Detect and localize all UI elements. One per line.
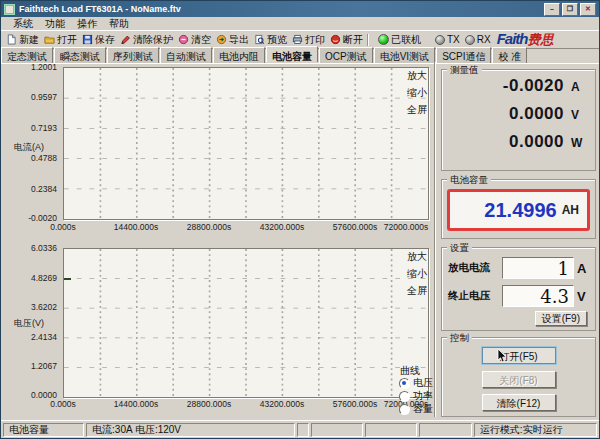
radio-icon xyxy=(399,378,410,389)
capacity-group-title: 电池容量 xyxy=(447,174,491,187)
export-button[interactable]: 导出 xyxy=(216,33,249,47)
xtick: 72000.000s xyxy=(384,222,428,232)
power-unit: W xyxy=(571,136,585,150)
voltage-zoom-in-button[interactable]: 放大 xyxy=(402,250,432,264)
ytick: 2.4134 xyxy=(5,332,57,342)
statusbar-segment xyxy=(311,423,363,437)
curve-radio-capacity[interactable]: 容量 xyxy=(399,402,433,416)
radio-icon xyxy=(399,391,410,402)
voltage-chart-plot[interactable] xyxy=(63,248,429,398)
cutoff-voltage-input[interactable]: 4.3 xyxy=(502,285,574,307)
current-zoom-out-button[interactable]: 缩小 xyxy=(402,86,432,100)
mouse-cursor-icon xyxy=(497,349,509,363)
save-button[interactable]: 保存 xyxy=(82,33,115,47)
measure-group-title: 测量值 xyxy=(447,64,482,77)
menu-function[interactable]: 功能 xyxy=(45,17,65,31)
statusbar-segment xyxy=(297,423,309,437)
voltage-trace-start xyxy=(64,278,71,280)
current-unit: A xyxy=(571,80,585,94)
online-led-icon xyxy=(378,34,389,45)
xtick: 0.000s xyxy=(50,399,76,409)
preview-button[interactable]: 预览 xyxy=(254,33,287,47)
voltage-zoom-out-button[interactable]: 缩小 xyxy=(402,267,432,281)
xtick: 14400.000s xyxy=(114,399,158,409)
tab-battery-resistance[interactable]: 电池内阻 xyxy=(213,47,265,63)
minimize-button[interactable]: – xyxy=(544,3,560,16)
close-load-button[interactable]: 关闭(F8) xyxy=(482,371,556,388)
apply-settings-button[interactable]: 设置(F9) xyxy=(535,311,587,326)
cutoff-voltage-row: 终止电压 4.3 V xyxy=(448,285,589,307)
maximize-button[interactable]: ❐ xyxy=(562,3,578,16)
tab-battery-vi-test[interactable]: 电池VI测试 xyxy=(374,47,435,63)
control-group: 控制 打开(F5) 关闭(F8) 清除(F12) xyxy=(441,337,596,417)
xtick: 43200.000s xyxy=(260,222,304,232)
tab-bar: 定态测试 瞬态测试 序列测试 自动测试 电池内阻 电池容量 OCP测试 电池VI… xyxy=(1,47,599,64)
cutoff-voltage-unit: V xyxy=(577,289,589,304)
magnifier-icon xyxy=(254,34,265,45)
ytick: 0.4788 xyxy=(5,153,57,163)
clear-capacity-button[interactable]: 清除(F12) xyxy=(482,394,556,411)
xtick: 14400.000s xyxy=(114,222,158,232)
ytick: 0.0000 xyxy=(5,390,57,400)
current-fullscreen-button[interactable]: 全屏 xyxy=(402,103,432,117)
discharge-current-input[interactable]: 1 xyxy=(502,257,574,279)
statusbar: 电池容量 电流:30A 电压:120V 运行模式:实时运行 xyxy=(1,420,599,438)
curve-radio-voltage[interactable]: 电压 xyxy=(399,376,433,390)
tx-indicator: TX xyxy=(435,34,460,45)
current-chart-plot[interactable] xyxy=(63,67,429,220)
tab-calibration[interactable]: 校 准 xyxy=(492,47,527,63)
export-icon xyxy=(216,34,227,45)
voltage-fullscreen-button[interactable]: 全屏 xyxy=(402,284,432,298)
open-load-button[interactable]: 打开(F5) xyxy=(482,347,556,364)
menu-system[interactable]: 系统 xyxy=(13,17,33,31)
discharge-current-row: 放电电流 1 A xyxy=(448,257,589,279)
tab-sequence-test[interactable]: 序列测试 xyxy=(107,47,159,63)
printer-icon xyxy=(292,34,303,45)
tab-auto-test[interactable]: 自动测试 xyxy=(160,47,212,63)
tab-ocp-test[interactable]: OCP测试 xyxy=(319,47,373,63)
tab-battery-capacity[interactable]: 电池容量 xyxy=(266,46,318,62)
menu-help[interactable]: 帮助 xyxy=(109,17,129,31)
rx-led-icon xyxy=(465,35,475,45)
xtick: 0.000s xyxy=(50,222,76,232)
online-status: 已联机 xyxy=(378,33,421,47)
curve-radio-power[interactable]: 功率 xyxy=(399,389,433,403)
measured-voltage-value: 0.0000 xyxy=(509,104,564,124)
statusbar-mode-segment: 电池容量 xyxy=(3,423,84,437)
voltage-axis-label: 电压(V) xyxy=(14,317,44,330)
grid-lines xyxy=(64,249,428,397)
current-zoom-in-button[interactable]: 放大 xyxy=(402,69,432,83)
voltage-unit: V xyxy=(571,108,585,122)
clear-button[interactable]: 清空 xyxy=(178,33,211,47)
panel-divider xyxy=(434,62,436,417)
new-button[interactable]: 新建 xyxy=(6,33,39,47)
menubar: 系统 功能 操作 帮助 xyxy=(1,17,599,31)
xtick: 43200.000s xyxy=(260,399,304,409)
xtick: 57600.000s xyxy=(333,222,377,232)
open-folder-icon xyxy=(44,34,55,45)
ytick: 1.2067 xyxy=(5,361,57,371)
toolbar-separator xyxy=(367,34,369,46)
close-button[interactable]: ✕ xyxy=(580,3,596,16)
ytick: 0.2384 xyxy=(5,184,57,194)
tab-transient-test[interactable]: 瞬态测试 xyxy=(54,47,106,63)
capacity-value: 21.4996 xyxy=(484,199,556,222)
discharge-current-unit: A xyxy=(577,261,589,276)
tab-scpi-comm[interactable]: SCPI通信 xyxy=(436,47,491,63)
disconnect-button[interactable]: 断开 xyxy=(330,33,363,47)
print-button[interactable]: 打印 xyxy=(292,33,325,47)
cutoff-voltage-label: 终止电压 xyxy=(448,289,502,303)
tab-static-test[interactable]: 定态测试 xyxy=(1,47,53,63)
app-window: Faithtech Load FT6301A - NoName.ftv – ❐ … xyxy=(0,0,600,439)
open-button[interactable]: 打开 xyxy=(44,33,77,47)
menu-operation[interactable]: 操作 xyxy=(77,17,97,31)
clear-protection-button[interactable]: 清除保护 xyxy=(120,33,173,47)
ytick: -0.0020 xyxy=(5,213,57,223)
xtick: 28800.000s xyxy=(187,399,231,409)
capacity-group: 电池容量 21.4996 AH xyxy=(441,179,596,239)
titlebar: Faithtech Load FT6301A - NoName.ftv – ❐ … xyxy=(1,1,599,17)
control-group-title: 控制 xyxy=(447,332,472,345)
eraser-icon xyxy=(178,34,189,45)
rx-indicator: RX xyxy=(465,34,491,45)
new-file-icon xyxy=(6,34,17,45)
